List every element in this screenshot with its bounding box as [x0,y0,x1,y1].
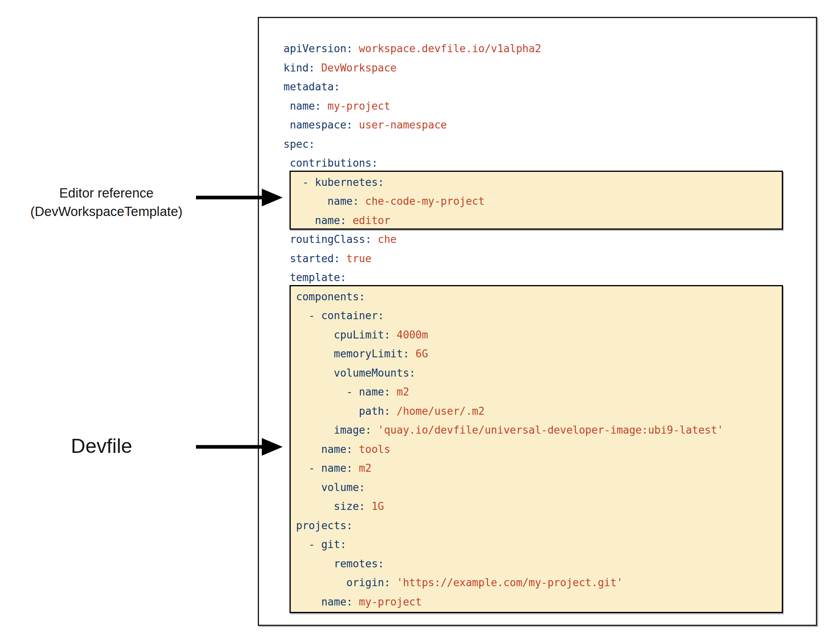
code-line: routingClass: che [283,230,724,249]
code-line: namespace: user-namespace [283,116,724,135]
code-line: contributions: [283,154,724,173]
code-line: - container: [283,306,724,326]
yaml-key: name: [283,214,347,226]
code-line: components: [283,287,724,307]
code-line: started: true [283,249,724,269]
devfile-arrow-icon [195,436,283,458]
yaml-key: name: [283,596,353,608]
yaml-value: che [371,233,397,245]
editor-reference-arrow-icon [195,186,283,209]
yaml-value: my-project [321,100,390,112]
yaml-key: size: [283,500,365,512]
yaml-value: my-project [353,596,422,608]
yaml-key: template: [283,271,347,283]
yaml-key: - container: [283,310,384,322]
yaml-key: origin: [283,577,390,589]
yaml-value: editor [347,214,391,226]
yaml-key: remotes: [283,558,384,570]
code-line: volume: [283,478,724,497]
code-line: metadata: [283,77,724,97]
code-line: image: 'quay.io/devfile/universal-develo… [283,421,724,440]
yaml-value: 6G [409,348,428,360]
editor-reference-label: Editor reference (DevWorkspaceTemplate) [16,184,197,221]
yaml-value: workspace.devfile.io/v1alpha2 [353,43,541,55]
yaml-key: metadata: [283,81,340,93]
devworkspace-yaml-diagram: apiVersion: workspace.devfile.io/v1alpha… [0,0,840,644]
yaml-key: name: [283,195,359,207]
code-line: remotes: [283,554,724,574]
code-line: name: che-code-my-project [283,192,724,211]
code-line: name: my-project [283,97,724,116]
yaml-key: - git: [283,538,347,550]
yaml-value: 'quay.io/devfile/universal-developer-ima… [371,424,724,436]
yaml-value: 'https://example.com/my-project.git' [390,577,623,589]
code-line: - name: m2 [283,459,724,478]
yaml-value: tools [353,443,390,455]
yaml-key: - name: [283,386,390,398]
code-line: name: editor [283,211,724,230]
yaml-value: che-code-my-project [359,195,485,207]
yaml-key: memoryLimit: [283,348,409,360]
editor-reference-label-line2: (DevWorkspaceTemplate) [16,202,197,221]
code-line: size: 1G [283,497,724,516]
code-line: projects: [283,516,724,536]
yaml-key: projects: [283,520,353,532]
yaml-key: volumeMounts: [283,367,416,379]
yaml-value: m2 [353,462,371,474]
code-line: - git: [283,535,724,554]
editor-reference-label-line1: Editor reference [16,184,197,202]
code-line: kind: DevWorkspace [283,59,724,78]
yaml-key: volume: [283,481,365,493]
yaml-key: path: [283,405,390,417]
yaml-key: name: [283,100,321,112]
yaml-key: - kubernetes: [283,176,384,188]
yaml-key: routingClass: [283,233,371,245]
yaml-value: DevWorkspace [315,62,397,74]
yaml-key: cpuLimit: [283,329,390,341]
code-line: - name: m2 [283,383,724,402]
yaml-code: apiVersion: workspace.devfile.io/v1alpha… [283,39,724,611]
yaml-value: 1G [365,500,384,512]
code-line: origin: 'https://example.com/my-project.… [283,573,724,593]
yaml-key: - name: [283,462,353,474]
yaml-value: m2 [390,386,409,398]
yaml-document-box: apiVersion: workspace.devfile.io/v1alpha… [258,17,817,626]
yaml-key: image: [283,424,371,436]
yaml-key: kind: [283,62,315,74]
code-line: spec: [283,135,724,154]
yaml-value: true [340,253,371,265]
devfile-label-text: Devfile [41,434,162,458]
yaml-key: components: [283,291,365,303]
code-line: - kubernetes: [283,173,724,192]
yaml-value: /home/user/.m2 [390,405,485,417]
code-line: apiVersion: workspace.devfile.io/v1alpha… [283,39,724,59]
yaml-key: apiVersion: [283,43,353,55]
code-line: cpuLimit: 4000m [283,326,724,345]
yaml-key: namespace: [283,119,353,131]
yaml-key: started: [283,253,340,265]
code-line: path: /home/user/.m2 [283,402,724,421]
code-line: memoryLimit: 6G [283,344,724,364]
yaml-key: spec: [283,138,315,150]
yaml-key: name: [283,443,353,455]
code-line: template: [283,268,724,287]
code-line: name: my-project [283,593,724,612]
code-line: volumeMounts: [283,364,724,383]
devfile-label: Devfile [41,434,162,458]
code-line: name: tools [283,440,724,459]
yaml-value: user-namespace [353,119,447,131]
yaml-value: 4000m [390,329,428,341]
yaml-key: contributions: [283,157,378,169]
